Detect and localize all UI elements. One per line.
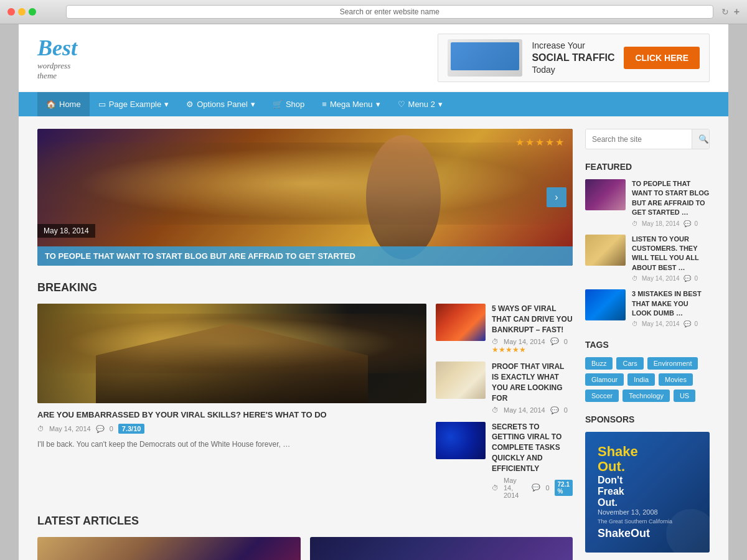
tag-soccer[interactable]: Soccer — [585, 390, 619, 402]
featured-title-1[interactable]: TO PEOPLE THAT WANT TO START BLOG BUT AR… — [632, 179, 710, 218]
clock-icon-s3: ⏱ — [492, 484, 499, 492]
latest-title: LATEST ARTICLES — [37, 515, 573, 528]
small-thumb-3 — [436, 422, 486, 459]
nav-item-home[interactable]: 🏠 Home — [37, 92, 90, 116]
breaking-main-article: ARE YOU EMBARRASSED BY YOUR VIRAL SKILLS… — [37, 304, 426, 499]
small-article-2-meta: ⏱ May 14, 2014 💬 0 — [492, 406, 573, 414]
small-article-2: PROOF THAT VIRAL IS EXACTLY WHAT YOU ARE… — [436, 362, 573, 414]
score-badge: 7.3/10 — [118, 424, 145, 434]
clock-icon-f1: ⏱ — [632, 220, 638, 227]
tag-india[interactable]: India — [627, 373, 655, 386]
small-article-1-meta: ⏱ May 14, 2014 💬 0 — [492, 337, 573, 345]
small-article-2-title[interactable]: PROOF THAT VIRAL IS EXACTLY WHAT YOU ARE… — [492, 362, 573, 403]
ad-text: Increase Your SOCIAL TRAFFIC Today — [532, 40, 614, 75]
featured-text-1: TO PEOPLE THAT WANT TO START BLOG BUT AR… — [632, 179, 710, 227]
breaking-comments: 0 — [110, 425, 113, 432]
featured-title: FEATURED — [585, 162, 710, 172]
latest-thumb-1[interactable] — [37, 537, 301, 560]
tag-glamour[interactable]: Glamour — [585, 373, 624, 386]
sponsor-line1: ShakeOut. — [598, 444, 697, 474]
nav-item-options[interactable]: ⚙ Options Panel ▾ — [177, 92, 264, 116]
hero-next-button[interactable]: › — [547, 187, 566, 207]
featured-item-3: 3 MISTAKES IN BEST THAT MAKE YOU LOOK DU… — [585, 289, 710, 327]
nav-link-options[interactable]: ⚙ Options Panel ▾ — [177, 92, 264, 116]
breaking-grid: ARE YOU EMBARRASSED BY YOUR VIRAL SKILLS… — [37, 304, 573, 499]
breaking-main-title[interactable]: ARE YOU EMBARRASSED BY YOUR VIRAL SKILLS… — [37, 409, 426, 421]
comment-icon: 💬 — [96, 425, 105, 433]
small-article-1-title[interactable]: 5 WAYS OF VIRAL THAT CAN DRIVE YOU BANKR… — [492, 304, 573, 335]
featured-section: FEATURED TO PEOPLE THAT WANT TO START BL… — [585, 162, 710, 327]
featured-thumb-2 — [585, 235, 626, 266]
latest-section: LATEST ARTICLES — [37, 515, 573, 560]
sponsor-date: November 13, 2008 — [598, 508, 697, 516]
browser-dots — [7, 8, 36, 16]
nav-item-shop[interactable]: 🛒 Shop — [264, 92, 313, 116]
site-logo[interactable]: Best wordpresstheme — [37, 35, 77, 81]
search-input[interactable] — [586, 129, 692, 149]
sponsor-logo: ShakeOut — [598, 527, 697, 540]
content-area: ★★★★★ May 18, 2014 TO PEOPLE THAT WANT T… — [19, 116, 728, 560]
sidebar: 🔍 FEATURED TO PEOPLE THAT WANT TO START … — [585, 129, 710, 560]
nav-link-mega-menu[interactable]: ≡ Mega Menu ▾ — [313, 92, 388, 116]
tags-list: Buzz Cars Environment Glamour India Movi… — [585, 357, 710, 402]
header-ad-banner: Increase Your SOCIAL TRAFFIC Today CLICK… — [438, 34, 710, 82]
logo-text: Best wordpresstheme — [37, 35, 77, 81]
new-tab-button[interactable]: + — [734, 6, 740, 17]
clock-icon-s2: ⏱ — [492, 406, 499, 414]
sponsor-line2: Don'tFreakOut. — [598, 475, 697, 508]
latest-grid — [37, 537, 573, 560]
sponsor-box[interactable]: ShakeOut. Don'tFreakOut. November 13, 20… — [585, 432, 710, 552]
main-navigation: 🏠 Home ▭ Page Example ▾ ⚙ Options Panel … — [19, 92, 728, 116]
ad-click-here-button[interactable]: CLICK HERE — [624, 47, 700, 69]
sidebar-search[interactable]: 🔍 — [585, 129, 710, 149]
comment-icon-f2: 💬 — [684, 275, 691, 282]
tag-movies[interactable]: Movies — [659, 373, 693, 386]
search-button[interactable]: 🔍 — [692, 129, 710, 149]
comment-icon-s2: 💬 — [550, 406, 559, 414]
comment-icon-f1: 💬 — [684, 220, 691, 227]
tag-us[interactable]: US — [674, 390, 695, 402]
nav-item-menu2[interactable]: ♡ Menu 2 ▾ — [389, 92, 451, 116]
featured-meta-2: ⏱ May 14, 2014 💬 0 — [632, 275, 710, 282]
breaking-date: May 14, 2014 — [49, 425, 91, 432]
tag-environment[interactable]: Environment — [647, 357, 698, 370]
nav-link-page-example[interactable]: ▭ Page Example ▾ — [90, 92, 178, 116]
nav-link-menu2[interactable]: ♡ Menu 2 ▾ — [389, 92, 451, 116]
nav-link-shop[interactable]: 🛒 Shop — [264, 92, 313, 116]
small-thumb-1 — [436, 304, 486, 341]
tag-buzz[interactable]: Buzz — [585, 357, 613, 370]
nav-link-home[interactable]: 🏠 Home — [37, 92, 90, 116]
nav-item-mega-menu[interactable]: ≡ Mega Menu ▾ — [313, 92, 388, 116]
address-bar[interactable]: Search or enter website name — [66, 5, 713, 19]
featured-thumb-3 — [585, 289, 626, 320]
clock-icon-f3: ⏱ — [632, 320, 638, 327]
small-article-3-title[interactable]: SECRETS TO GETTING VIRAL TO COMPLETE TAS… — [492, 422, 573, 474]
latest-thumb-2[interactable] — [310, 537, 573, 560]
close-dot[interactable] — [7, 8, 15, 16]
breaking-title: BREAKING — [37, 281, 573, 294]
pct-badge: 72.1 % — [555, 480, 573, 496]
hero-visual-effect — [37, 142, 573, 225]
hero-date: May 18, 2014 — [37, 224, 95, 238]
featured-meta-3: ⏱ May 14, 2014 💬 0 — [632, 320, 710, 327]
refresh-icon[interactable]: ↻ — [721, 7, 729, 17]
tag-cars[interactable]: Cars — [616, 357, 643, 370]
cloud-visual — [37, 314, 426, 373]
breaking-main-image — [37, 304, 426, 403]
hero-slider: ★★★★★ May 18, 2014 TO PEOPLE THAT WANT T… — [37, 129, 573, 266]
featured-meta-1: ⏱ May 18, 2014 💬 0 — [632, 220, 710, 227]
featured-title-2[interactable]: LISTEN TO YOUR CUSTOMERS. THEY WILL TELL… — [632, 235, 710, 273]
comment-icon-s3: 💬 — [532, 483, 540, 492]
maximize-dot[interactable] — [29, 8, 36, 16]
small-article-3-info: SECRETS TO GETTING VIRAL TO COMPLETE TAS… — [492, 422, 573, 499]
clock-icon: ⏱ — [37, 425, 44, 432]
tags-title: TAGS — [585, 340, 710, 350]
nav-item-page-example[interactable]: ▭ Page Example ▾ — [90, 92, 178, 116]
minimize-dot[interactable] — [18, 8, 26, 16]
breaking-excerpt: I'll be back. You can't keep the Democra… — [37, 439, 426, 450]
breaking-section: BREAKING ARE YOU EMBARRASSED BY YOUR VIR… — [37, 281, 573, 499]
small-thumb-2 — [436, 362, 486, 399]
featured-title-3[interactable]: 3 MISTAKES IN BEST THAT MAKE YOU LOOK DU… — [632, 289, 710, 318]
sponsors-section: SPONSORS ShakeOut. Don'tFreakOut. Novemb… — [585, 414, 710, 552]
tag-technology[interactable]: Technology — [622, 390, 670, 402]
